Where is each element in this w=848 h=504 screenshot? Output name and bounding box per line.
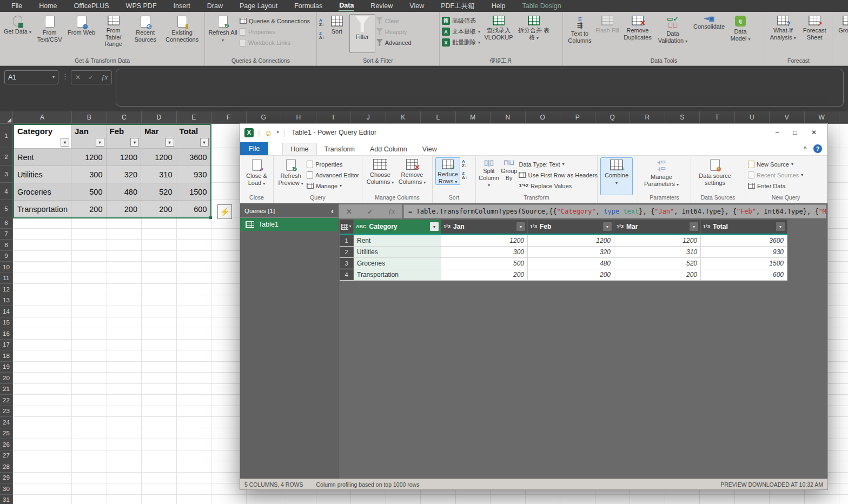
row-header[interactable]: 14 (0, 306, 13, 317)
row-number[interactable]: 1 (340, 235, 354, 246)
get-data-button[interactable]: Get Data ▾ (2, 14, 33, 35)
tab-formulas[interactable]: Formulas (294, 1, 323, 11)
pq-column-header-total[interactable]: 1²3 Total ▾ (701, 220, 787, 234)
cell-total[interactable]: 600 (176, 200, 210, 217)
cell-category[interactable]: Transportation (14, 200, 71, 217)
cell-category[interactable]: Rent (354, 235, 441, 246)
filter-dropdown-icon[interactable]: ▾ (96, 138, 104, 147)
row-header[interactable]: 22 (0, 395, 13, 406)
from-web-button[interactable]: From Web (66, 14, 97, 36)
column-filter-icon[interactable]: ▾ (690, 222, 698, 231)
table-header-total[interactable]: Total ▾ (176, 125, 210, 148)
row-header[interactable]: 24 (0, 417, 13, 428)
cell-total[interactable]: 930 (176, 165, 210, 183)
cell-mar[interactable]: 200 (614, 269, 701, 280)
filter-dropdown-icon[interactable]: ▾ (200, 138, 209, 147)
enter-data-button[interactable]: Enter Data (748, 181, 803, 190)
quick-analysis-button[interactable]: ⚡ (217, 204, 232, 219)
column-header[interactable]: W (805, 111, 840, 123)
pq-column-header-category[interactable]: ABC Category ▾ (354, 220, 441, 234)
column-header[interactable]: M (456, 111, 491, 123)
row-header[interactable]: 16 (0, 328, 13, 340)
advanced-editor-button[interactable]: Advanced Editor (307, 170, 359, 180)
cell-mar[interactable]: 310 (141, 165, 176, 183)
pq-tab-add-column[interactable]: Add Column (362, 143, 415, 155)
group-by-button[interactable]: ⊓⊔ Group By (501, 157, 518, 181)
row-header[interactable]: 17 (0, 340, 13, 351)
pq-title-bar[interactable]: X | ☺ ▾ | Table1 - Power Query Editor – … (240, 124, 827, 141)
cell-category[interactable]: Groceries (14, 183, 71, 200)
text-extract-button[interactable]: A 文本提取 ▾ (442, 27, 480, 36)
vlookup-entry-button[interactable]: 查找录入 VLOOKUP (481, 14, 516, 41)
row-header[interactable]: 19 (0, 362, 13, 373)
row-header[interactable]: 26 (0, 439, 13, 450)
cell-jan[interactable]: 200 (441, 269, 528, 280)
tab-data[interactable]: Data (339, 1, 354, 11)
column-header[interactable]: N (491, 111, 526, 123)
pq-properties-button[interactable]: Properties (307, 160, 359, 169)
data-type-button[interactable]: Data Type: Text ▾ (519, 160, 601, 169)
column-header[interactable]: V (770, 111, 805, 123)
from-table-range-button[interactable]: From Table/ Range (98, 14, 129, 48)
cell-jan[interactable]: 200 (71, 200, 107, 217)
insert-function-icon[interactable]: ƒx (102, 74, 108, 82)
row-number[interactable]: 2 (340, 247, 354, 257)
cell-mar[interactable]: 200 (141, 200, 176, 217)
cell-mar[interactable]: 310 (614, 247, 701, 257)
row-header[interactable]: 9 (0, 251, 13, 262)
tab-page-layout[interactable]: Page Layout (239, 1, 278, 11)
row-header[interactable]: 13 (0, 295, 13, 307)
queries-connections-button[interactable]: Queries & Connections (240, 16, 310, 25)
cell-mar[interactable]: 520 (141, 183, 176, 200)
what-if-analysis-button[interactable]: What-If Analysis ▾ (767, 14, 798, 41)
select-all-corner[interactable]: ◢ (0, 111, 13, 123)
replace-values-button[interactable]: 1↷2 Replace Values (519, 181, 601, 190)
column-filter-icon[interactable]: ▾ (516, 222, 525, 231)
row-header[interactable]: 5 (0, 200, 13, 217)
row-header[interactable]: 25 (0, 428, 13, 440)
sort-descending-icon[interactable]: ZA↓ (462, 171, 467, 180)
close-and-load-button[interactable]: Close & Load ▾ (243, 157, 270, 186)
cell-total[interactable]: 1500 (701, 258, 787, 269)
row-header[interactable]: 8 (0, 240, 13, 251)
cell-feb[interactable]: 480 (528, 258, 614, 269)
column-header[interactable]: B (72, 111, 107, 123)
filter-dropdown-icon[interactable]: ▾ (130, 138, 139, 147)
cell-category[interactable]: Transportation (354, 269, 441, 280)
filter-button[interactable]: Filter (349, 14, 375, 53)
consolidate-button[interactable]: ⇥▣ Consolidate (691, 14, 727, 30)
from-text-csv-button[interactable]: From Text/CSV (34, 14, 65, 43)
column-header[interactable]: H (281, 111, 316, 123)
column-filter-icon[interactable]: ▾ (430, 222, 439, 231)
cell-jan[interactable]: 1200 (71, 148, 107, 165)
manage-query-button[interactable]: Manage ▾ (307, 181, 359, 190)
column-header[interactable]: I (316, 111, 352, 123)
row-header[interactable]: 21 (0, 384, 13, 395)
column-header[interactable]: G (247, 111, 282, 123)
cell-feb[interactable]: 320 (528, 247, 614, 257)
formula-check-icon[interactable]: ✓ (367, 208, 373, 216)
pq-tab-view[interactable]: View (415, 143, 445, 155)
column-header[interactable]: P (560, 111, 595, 123)
tab-file[interactable]: File (11, 1, 23, 11)
tab-pdf-tools[interactable]: PDF工具箱 (440, 1, 475, 12)
tab-home[interactable]: Home (38, 1, 57, 11)
text-to-columns-button[interactable]: ≡⇶ Text to Columns (565, 14, 594, 44)
formula-cancel-icon[interactable]: ✕ (346, 208, 352, 216)
table-header-feb[interactable]: Feb ▾ (107, 125, 142, 148)
close-button[interactable]: ✕ (811, 129, 817, 136)
cell-mar[interactable]: 1200 (614, 235, 701, 246)
formula-input[interactable] (116, 69, 844, 107)
query-item-table1[interactable]: Table1 (240, 218, 338, 231)
cell-feb[interactable]: 200 (107, 200, 142, 217)
recent-sources-button[interactable]: Recent Sources (130, 14, 161, 43)
collapse-pane-icon[interactable]: ‹ (331, 207, 334, 215)
formula-input[interactable]: = Table.TransformColumnTypes(Source,{{"C… (403, 204, 826, 218)
column-header[interactable]: A (13, 111, 72, 123)
remove-duplicates-button[interactable]: Remove Duplicates (620, 14, 655, 41)
cell-jan[interactable]: 500 (71, 183, 107, 200)
cell-total[interactable]: 3600 (701, 235, 787, 246)
row-header[interactable]: 20 (0, 373, 13, 384)
sort-ascending-icon[interactable]: AZ↓ (462, 160, 467, 168)
remove-columns-button[interactable]: Remove Columns ▾ (397, 157, 427, 185)
